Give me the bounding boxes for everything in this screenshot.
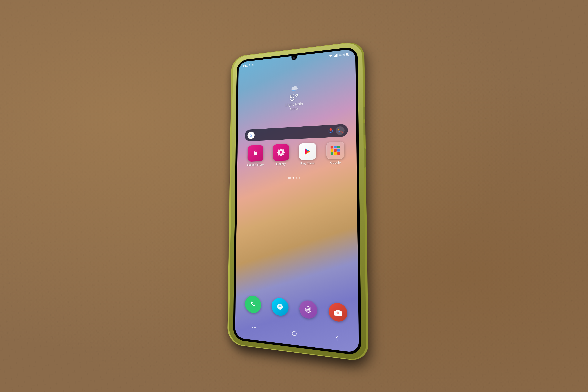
weather-widget: 5° Light Rain Sofia — [285, 84, 303, 111]
nav-home-button[interactable] — [292, 330, 297, 336]
search-mic-icon[interactable] — [328, 128, 333, 134]
page-dot-4 — [299, 177, 300, 178]
svg-rect-6 — [350, 53, 350, 54]
screen: 16:19 ⊡ — [235, 49, 359, 353]
app-icon-play-store[interactable]: Play Store — [296, 142, 320, 165]
status-time: 16:19 ⊡ — [243, 63, 254, 68]
svg-point-0 — [330, 56, 331, 57]
dock-phone-icon — [245, 295, 261, 314]
svg-point-44 — [292, 331, 296, 336]
dock-app-camera[interactable] — [329, 302, 347, 322]
scene: 16:19 ⊡ — [124, 10, 464, 382]
gallery-label: Gallery — [276, 162, 286, 166]
screen-record-icon: ⊡ — [252, 64, 253, 66]
status-right: 63% — [328, 52, 350, 58]
gallery-icon-img — [273, 144, 289, 161]
play-store-label: Play Store — [300, 161, 315, 165]
signal-icon — [334, 54, 338, 58]
svg-rect-4 — [337, 54, 338, 56]
app-icon-google[interactable]: Google — [323, 141, 348, 165]
google-g-logo: G — [247, 132, 255, 139]
weather-condition-icon — [285, 84, 303, 92]
dock-app-internet[interactable] — [299, 300, 317, 319]
volume-up-button[interactable] — [363, 107, 365, 120]
play-store-icon-img — [299, 142, 316, 160]
nav-back-button[interactable] — [335, 335, 339, 341]
svg-line-8 — [292, 90, 293, 91]
svg-rect-7 — [346, 53, 348, 56]
svg-rect-3 — [336, 54, 337, 57]
svg-rect-41 — [252, 327, 253, 328]
svg-rect-2 — [335, 55, 336, 57]
svg-line-14 — [330, 133, 331, 133]
wifi-icon — [328, 54, 333, 58]
volume-down-button[interactable] — [363, 122, 366, 136]
power-button[interactable] — [364, 148, 366, 168]
nav-recents-button[interactable] — [252, 326, 256, 331]
svg-rect-43 — [255, 327, 256, 328]
page-indicators — [288, 177, 300, 178]
svg-rect-12 — [330, 128, 332, 131]
dock-messages-icon — [271, 297, 288, 316]
page-dot-1 — [288, 177, 291, 178]
svg-line-10 — [294, 90, 295, 90]
svg-rect-42 — [254, 327, 255, 328]
google-icon-img — [326, 141, 344, 159]
svg-line-9 — [293, 90, 294, 91]
page-dot-2 — [292, 177, 294, 178]
galaxy-store-label: Galaxy Store — [247, 163, 264, 167]
page-dot-3 — [296, 177, 297, 178]
front-camera — [293, 57, 295, 59]
google-label: Google — [330, 160, 341, 164]
google-lens-icon[interactable] — [336, 126, 345, 135]
app-grid: Galaxy Store — [244, 141, 348, 167]
dock-app-messages[interactable] — [271, 297, 288, 316]
battery-indicator: 63% — [339, 52, 351, 57]
svg-line-11 — [295, 90, 296, 90]
dock — [240, 293, 353, 325]
google-grid-icon — [331, 146, 340, 155]
dock-app-phone[interactable] — [245, 295, 261, 314]
phone-wrapper: 16:19 ⊡ — [229, 42, 366, 361]
nav-bar — [235, 320, 359, 348]
google-search-bar[interactable]: G — [245, 124, 348, 141]
galaxy-store-icon-img — [247, 145, 263, 162]
app-icon-gallery[interactable]: Gallery — [269, 144, 293, 166]
app-icon-galaxy-store[interactable]: Galaxy Store — [244, 145, 267, 167]
phone-body: 16:19 ⊡ — [229, 42, 366, 361]
dock-camera-icon — [329, 302, 347, 322]
svg-rect-1 — [334, 56, 335, 57]
status-bar: 16:19 ⊡ — [239, 49, 355, 71]
svg-line-19 — [341, 131, 342, 133]
dock-internet-icon — [299, 300, 317, 319]
svg-line-38 — [305, 309, 311, 310]
screen-bezel: 16:19 ⊡ — [233, 46, 361, 356]
weather-temperature: 5° — [285, 92, 303, 102]
